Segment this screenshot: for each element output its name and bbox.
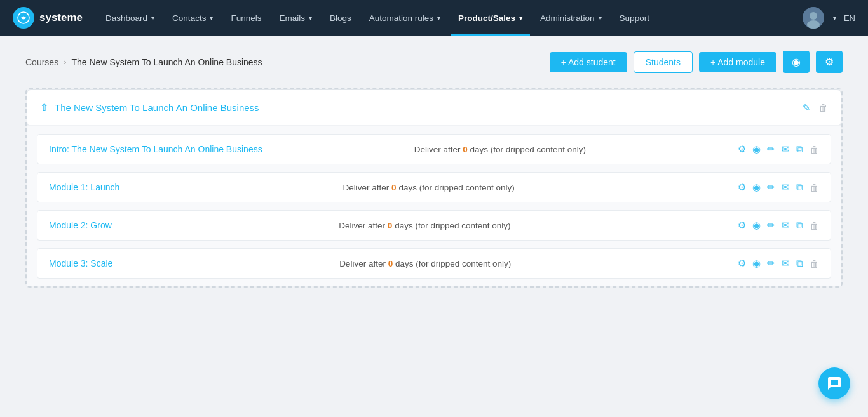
chevron-down-icon: ▾ [210,15,213,22]
delete-icon[interactable]: 🗑 [810,258,819,269]
envelope-icon[interactable]: ✉ [782,220,790,231]
lesson-title[interactable]: Module 2: Grow [49,220,112,230]
eye-icon[interactable]: ◉ [752,258,761,269]
move-icon[interactable]: ⇧ [40,102,48,114]
nav-item-contacts[interactable]: Contacts ▾ [165,0,220,36]
module-header: ⇧ The New System To Launch An Online Bus… [27,90,841,126]
settings-icon[interactable]: ⚙ [738,258,746,269]
delete-icon[interactable]: 🗑 [810,220,819,231]
lesson-row: Module 2: Grow Deliver after 0 days (for… [37,210,831,241]
breadcrumb-parent[interactable]: Courses [25,57,58,67]
svg-point-2 [810,12,817,20]
avatar[interactable] [803,7,824,29]
lessons-list: Intro: The New System To Launch An Onlin… [27,126,841,286]
module-header-actions: ✎ 🗑 [803,102,828,114]
add-module-button[interactable]: + Add module [699,52,776,72]
lesson-actions: ⚙ ◉ ✏ ✉ ⧉ 🗑 [738,220,819,231]
lesson-row: Module 3: Scale Deliver after 0 days (fo… [37,248,831,279]
lesson-title[interactable]: Intro: The New System To Launch An Onlin… [49,144,262,154]
breadcrumb-separator: › [64,57,66,67]
module-title-row: ⇧ The New System To Launch An Online Bus… [40,102,259,114]
nav-item-funnels[interactable]: Funnels [223,0,269,36]
delete-icon[interactable]: 🗑 [818,102,828,113]
settings-icon[interactable]: ⚙ [738,220,746,231]
lesson-actions: ⚙ ◉ ✏ ✉ ⧉ 🗑 [738,258,819,269]
copy-icon[interactable]: ⧉ [796,220,803,231]
eye-icon: ◉ [792,56,801,68]
lesson-actions: ⚙ ◉ ✏ ✉ ⧉ 🗑 [738,143,819,155]
header-actions: + Add student Students + Add module ◉ ⚙ [550,51,843,73]
eye-icon[interactable]: ◉ [752,143,761,155]
lesson-row: Module 1: Launch Deliver after 0 days (f… [37,172,831,202]
chevron-down-icon: ▾ [519,15,522,22]
chevron-down-icon: ▾ [151,15,154,22]
copy-icon[interactable]: ⧉ [796,258,803,269]
lesson-actions: ⚙ ◉ ✏ ✉ ⧉ 🗑 [738,182,819,193]
brand-name: systeme [39,11,83,24]
nav-item-blogs[interactable]: Blogs [322,0,359,36]
page-header: Courses › The New System To Launch An On… [25,51,843,73]
nav-item-product-sales[interactable]: Product/Sales ▾ [451,0,530,36]
envelope-icon[interactable]: ✉ [782,182,790,193]
module-header-card: ⇧ The New System To Launch An Online Bus… [27,89,841,126]
add-student-button[interactable]: + Add student [550,52,627,72]
pencil-icon[interactable]: ✏ [767,182,775,193]
nav-item-emails[interactable]: Emails ▾ [271,0,320,36]
edit-icon[interactable]: ✎ [803,102,811,114]
pencil-icon[interactable]: ✏ [767,143,775,155]
preview-button[interactable]: ◉ [783,51,810,73]
copy-icon[interactable]: ⧉ [796,182,803,193]
lesson-meta: Deliver after 0 days (for dripped conten… [414,145,586,154]
envelope-icon[interactable]: ✉ [782,143,790,155]
chevron-down-icon: ▾ [599,15,602,22]
envelope-icon[interactable]: ✉ [782,258,790,269]
gear-icon: ⚙ [825,56,834,68]
settings-button[interactable]: ⚙ [816,51,843,73]
copy-icon[interactable]: ⧉ [796,143,803,155]
students-button[interactable]: Students [634,51,693,73]
chat-button[interactable] [818,367,850,399]
eye-icon[interactable]: ◉ [752,220,761,231]
nav-item-administration[interactable]: Administration ▾ [532,0,609,36]
chevron-down-icon[interactable]: ▾ [833,15,836,22]
pencil-icon[interactable]: ✏ [767,258,775,269]
lesson-title[interactable]: Module 3: Scale [49,258,112,268]
language-selector[interactable]: EN [844,13,855,23]
nav-item-dashboard[interactable]: Dashboard ▾ [98,0,162,36]
course-container: ⇧ The New System To Launch An Online Bus… [25,88,843,288]
nav-right: ▾ EN [803,7,855,29]
page-content: Courses › The New System To Launch An On… [0,36,868,417]
module-title[interactable]: The New System To Launch An Online Busin… [55,102,259,113]
chevron-down-icon: ▾ [437,15,440,22]
navbar: systeme Dashboard ▾ Contacts ▾ Funnels E… [0,0,868,36]
lesson-title[interactable]: Module 1: Launch [49,182,119,192]
eye-icon[interactable]: ◉ [752,182,761,193]
nav-item-automation[interactable]: Automation rules ▾ [362,0,448,36]
breadcrumb: Courses › The New System To Launch An On… [25,57,262,67]
breadcrumb-current: The New System To Launch An Online Busin… [71,57,262,67]
brand[interactable]: systeme [13,7,83,29]
pencil-icon[interactable]: ✏ [767,220,775,231]
settings-icon[interactable]: ⚙ [738,182,746,193]
chevron-down-icon: ▾ [309,15,312,22]
lesson-row: Intro: The New System To Launch An Onlin… [37,134,831,164]
delete-icon[interactable]: 🗑 [810,144,819,155]
lesson-meta: Deliver after 0 days (for dripped conten… [339,259,511,268]
lesson-meta: Deliver after 0 days (for dripped conten… [339,221,510,230]
delete-icon[interactable]: 🗑 [810,182,819,193]
settings-icon[interactable]: ⚙ [738,143,746,155]
nav-item-support[interactable]: Support [612,0,657,36]
brand-icon [13,7,34,29]
lesson-meta: Deliver after 0 days (for dripped conten… [343,183,515,192]
